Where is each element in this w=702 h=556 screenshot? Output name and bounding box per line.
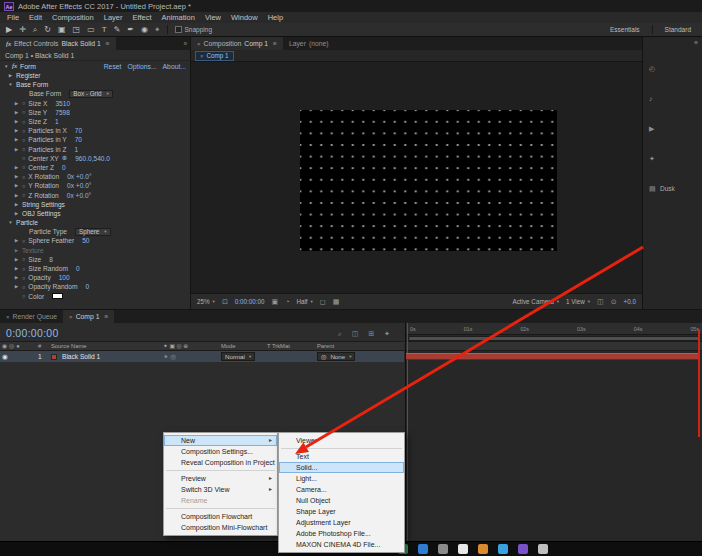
menu-item-composition-flowchart[interactable]: Composition Flowchart bbox=[164, 511, 277, 522]
menu-item-light[interactable]: Light... bbox=[279, 473, 404, 484]
taskbar-app-icon[interactable] bbox=[498, 544, 508, 554]
composition-viewer[interactable] bbox=[191, 62, 642, 293]
panel-menu-icon[interactable]: ≡ bbox=[273, 40, 277, 47]
rotation-tool-icon[interactable]: ↻ bbox=[44, 25, 51, 34]
region-of-interest-icon[interactable]: ◻ bbox=[320, 298, 326, 306]
stopwatch-icon[interactable]: ○ bbox=[22, 192, 25, 198]
crosshair-icon[interactable]: ⊕ bbox=[62, 154, 67, 162]
property-value[interactable]: 70 bbox=[75, 127, 82, 134]
stopwatch-icon[interactable]: ○ bbox=[22, 155, 25, 161]
menu-item-switch-3d-view[interactable]: Switch 3D View▸ bbox=[164, 484, 277, 495]
twirl-icon[interactable]: ▶ bbox=[14, 174, 19, 179]
menu-item-text[interactable]: Text bbox=[279, 451, 404, 462]
effect-name[interactable]: Form bbox=[20, 63, 36, 70]
menu-item-camera[interactable]: Camera... bbox=[279, 484, 404, 495]
menu-item-preview[interactable]: Preview▸ bbox=[164, 473, 277, 484]
close-icon[interactable]: × bbox=[6, 314, 10, 320]
timeline-view-option-icons[interactable]: ⌕ ◫ ⊞ ✦ bbox=[338, 330, 394, 338]
menu-item-viewer[interactable]: Viewer bbox=[279, 435, 404, 446]
audio-panel-icon[interactable]: ♪ bbox=[649, 95, 653, 102]
stopwatch-icon[interactable]: ○ bbox=[22, 266, 25, 272]
view-layout-dropdown[interactable]: 1 View▾ bbox=[566, 298, 590, 305]
panel-menu-icon[interactable]: ≡ bbox=[104, 313, 108, 320]
snapping-toggle[interactable]: Snapping bbox=[175, 26, 212, 33]
time-ruler[interactable]: 0s 01s 02s 03s 04s 05s bbox=[406, 323, 702, 335]
twirl-icon[interactable]: ▶ bbox=[14, 137, 19, 142]
color-swatch[interactable] bbox=[52, 293, 63, 299]
viewer-tab-comp1[interactable]: ×Comp 1 bbox=[195, 51, 234, 61]
puppet-pin-tool-icon[interactable]: ⌖ bbox=[155, 25, 160, 35]
reset-link[interactable]: Reset bbox=[104, 63, 122, 70]
twirl-icon[interactable]: ▼ bbox=[8, 82, 13, 87]
menu-item-new[interactable]: New▸ bbox=[164, 435, 277, 446]
stopwatch-icon[interactable]: ○ bbox=[22, 293, 25, 299]
zoom-tool-icon[interactable]: ⌕ bbox=[33, 25, 37, 35]
menu-item-reveal-composition-in-project[interactable]: Reveal Composition in Project bbox=[164, 457, 277, 468]
layer-duration-bar[interactable] bbox=[406, 353, 700, 360]
property-value[interactable]: 960.0,540.0 bbox=[75, 155, 110, 162]
property-value[interactable]: 70 bbox=[75, 136, 82, 143]
stopwatch-icon[interactable]: ○ bbox=[22, 284, 25, 290]
column-index[interactable]: # bbox=[36, 343, 49, 349]
comp-time-display[interactable]: 0:00:00:00 bbox=[235, 298, 265, 305]
twirl-icon[interactable]: ▶ bbox=[14, 110, 19, 115]
eye-icon[interactable]: ◉ bbox=[2, 353, 8, 361]
twirl-icon[interactable]: ▶ bbox=[14, 266, 19, 271]
menu-window[interactable]: Window bbox=[226, 13, 263, 22]
base-form-dropdown[interactable]: Box - Grid▾ bbox=[69, 90, 113, 98]
effects-presets-panel-icon[interactable]: ✦ bbox=[649, 155, 655, 163]
menu-help[interactable]: Help bbox=[263, 13, 288, 22]
composition-canvas-particle-grid[interactable] bbox=[300, 110, 557, 251]
layer-row-black-solid-1[interactable]: ◉ 1 Black Solid 1 ✦ ◎ Normal▾ ◎None▾ bbox=[0, 351, 404, 362]
twirl-icon[interactable]: ▶ bbox=[14, 248, 19, 253]
twirl-icon[interactable]: ▶ bbox=[14, 211, 19, 216]
options-link[interactable]: Options... bbox=[127, 63, 156, 70]
brush-tool-icon[interactable]: ✒ bbox=[127, 25, 134, 34]
twirl-icon[interactable]: ▶ bbox=[14, 202, 19, 207]
close-icon[interactable]: × bbox=[200, 53, 204, 59]
twirl-down-icon[interactable]: ▼ bbox=[4, 64, 9, 69]
property-value[interactable]: 100 bbox=[59, 274, 70, 281]
menu-item-adjustment-layer[interactable]: Adjustment Layer bbox=[279, 517, 404, 528]
stopwatch-icon[interactable]: ○ bbox=[22, 100, 25, 106]
safe-guides-icon[interactable]: ⊡ bbox=[222, 298, 228, 306]
tab-comp1-timeline[interactable]: ×Comp 1≡ bbox=[63, 310, 114, 323]
workspace-standard-button[interactable]: Standard bbox=[660, 26, 696, 33]
type-tool-icon[interactable]: T bbox=[102, 25, 107, 34]
stopwatch-icon[interactable]: ○ bbox=[22, 275, 25, 281]
column-parent[interactable]: Parent bbox=[315, 343, 404, 349]
stopwatch-icon[interactable]: ○ bbox=[22, 128, 25, 134]
dock-panel-icon[interactable]: ▤ bbox=[649, 185, 656, 193]
menu-item-shape-layer[interactable]: Shape Layer bbox=[279, 506, 404, 517]
property-value[interactable]: 8 bbox=[49, 256, 53, 263]
close-icon[interactable]: × bbox=[197, 41, 201, 47]
property-value[interactable]: 0x +0.0° bbox=[67, 173, 91, 180]
taskbar-app-icon[interactable] bbox=[458, 544, 468, 554]
selection-tool-icon[interactable]: ▶ bbox=[6, 25, 12, 34]
stopwatch-icon[interactable]: ○ bbox=[22, 174, 25, 180]
twirl-icon[interactable]: ▶ bbox=[14, 165, 19, 170]
menu-animation[interactable]: Animation bbox=[157, 13, 200, 22]
resolution-dropdown[interactable]: Half▾ bbox=[296, 298, 312, 305]
tab-effect-controls[interactable]: fx Effect Controls Black Solid 1 ≡ bbox=[0, 37, 116, 50]
stopwatch-icon[interactable]: ○ bbox=[22, 256, 25, 262]
property-value[interactable]: 7598 bbox=[55, 109, 70, 116]
twirl-icon[interactable]: ▶ bbox=[14, 183, 19, 188]
preview-panel-icon[interactable]: ▶ bbox=[649, 125, 654, 133]
twirl-icon[interactable]: ▶ bbox=[8, 73, 13, 78]
overflow-chevron-icon[interactable]: » bbox=[183, 40, 187, 47]
menu-item-composition-settings[interactable]: Composition Settings... bbox=[164, 446, 277, 457]
taskbar-app-icon[interactable] bbox=[418, 544, 428, 554]
twirl-icon[interactable]: ▶ bbox=[14, 101, 19, 106]
twirl-icon[interactable]: ▼ bbox=[8, 220, 13, 225]
pixel-aspect-icon[interactable]: ◫ bbox=[597, 298, 604, 306]
stopwatch-icon[interactable]: ○ bbox=[22, 137, 25, 143]
shape-tool-icon[interactable]: ▭ bbox=[87, 25, 95, 34]
parent-dropdown[interactable]: ◎None▾ bbox=[317, 352, 355, 361]
panel-menu-icon[interactable]: ≡ bbox=[106, 40, 110, 47]
tab-render-queue[interactable]: ×Render Queue bbox=[0, 310, 63, 323]
property-value[interactable]: 0 bbox=[76, 265, 80, 272]
property-value[interactable]: 0x +0.0° bbox=[67, 182, 91, 189]
pen-tool-icon[interactable]: ✎ bbox=[114, 25, 121, 34]
pickwhip-icon[interactable]: ◎ bbox=[321, 353, 326, 360]
